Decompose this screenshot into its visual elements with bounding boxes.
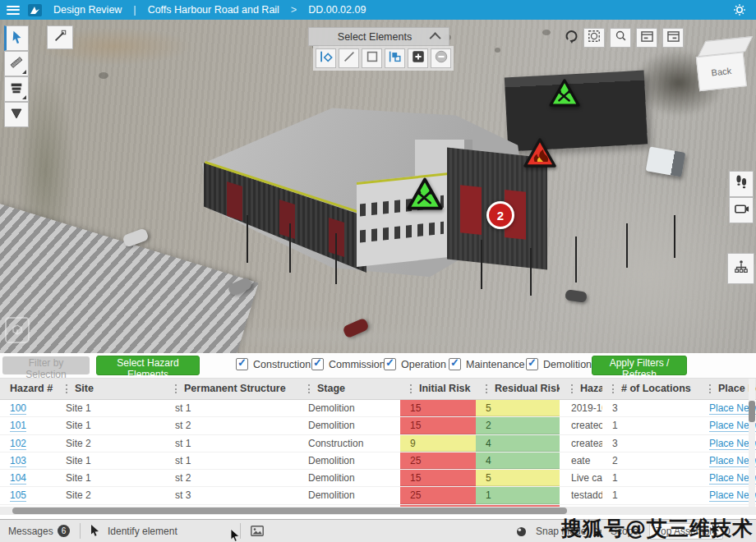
hazard-marker-construction[interactable] xyxy=(549,79,580,110)
checkbox-construction[interactable]: Construction xyxy=(236,358,311,370)
hazard-d-cell: testadding xyxy=(560,487,602,503)
col-header-residual-risk[interactable]: Residual Risk xyxy=(476,383,560,394)
fit-view-button[interactable] xyxy=(583,28,605,48)
camera-view-button[interactable] xyxy=(729,197,754,223)
locations-cell: 2 xyxy=(602,452,699,469)
structure-cell: st 1 xyxy=(165,400,298,416)
box-select-button[interactable] xyxy=(362,48,382,68)
hazard-id-link[interactable]: 101 xyxy=(10,420,26,432)
select-elements-header[interactable]: Select Elements xyxy=(308,27,449,46)
col-header-hazard-d[interactable]: Hazard D xyxy=(560,383,602,394)
view-control-ghost-button[interactable] xyxy=(5,317,30,343)
horizontal-scrollbar[interactable] xyxy=(0,507,756,515)
col-header-hazard[interactable]: Hazard # xyxy=(0,383,56,394)
residual-risk-cell: 2 xyxy=(476,417,560,434)
checkbox-icon xyxy=(311,358,324,370)
structure-cell: st 2 xyxy=(165,470,298,486)
checkbox-demolition[interactable]: Demolition xyxy=(526,358,592,370)
select-tools-row xyxy=(313,46,454,71)
site-cell: Site 1 xyxy=(56,452,165,469)
light-pole xyxy=(626,223,628,268)
element-select-button[interactable] xyxy=(316,48,336,68)
model-tree-button[interactable] xyxy=(727,253,754,284)
structure-cell: st 2 xyxy=(165,417,298,434)
apply-filters-button[interactable]: Apply Filters / Refresh xyxy=(592,356,687,375)
rotate-view-icon[interactable] xyxy=(565,29,579,47)
add-selection-button[interactable] xyxy=(408,48,428,68)
remove-selection-button[interactable] xyxy=(431,48,451,68)
line-select-button[interactable] xyxy=(339,48,359,68)
select-elements-title: Select Elements xyxy=(317,31,432,43)
residual-risk-cell: 4 xyxy=(476,452,560,469)
col-header-initial-risk[interactable]: Initial Risk xyxy=(400,383,476,394)
hazard-id-link[interactable]: 104 xyxy=(10,472,26,485)
magnifier-icon xyxy=(614,30,628,46)
residual-risk-cell: 5 xyxy=(476,470,560,486)
hazard-id-link[interactable]: 105 xyxy=(10,489,26,502)
initial-risk-cell: 25 xyxy=(400,452,476,469)
filter-by-selection-button[interactable]: Filter by Selection xyxy=(2,356,90,374)
checkbox-operation[interactable]: Operation xyxy=(384,358,446,370)
checkbox-icon xyxy=(526,358,538,370)
messages-label[interactable]: Messages xyxy=(8,526,53,537)
app-logo-icon[interactable] xyxy=(28,4,42,16)
hazard-marker-construction[interactable] xyxy=(407,177,443,214)
checkbox-maintenance[interactable]: Maintenance xyxy=(449,358,525,370)
group-select-button[interactable] xyxy=(385,48,405,68)
filter-bar: Filter by Selection Select Hazard Elemen… xyxy=(0,353,756,379)
breadcrumb-document[interactable]: DD.00.02.09 xyxy=(308,4,366,16)
col-header-place-new[interactable]: Place Ne xyxy=(699,383,756,394)
walk-mode-button[interactable] xyxy=(729,171,754,197)
plus-icon xyxy=(411,49,426,67)
checkbox-label: Demolition xyxy=(543,359,592,370)
measure-tool-button[interactable] xyxy=(4,51,29,76)
gear-icon[interactable] xyxy=(733,3,746,16)
nav-cube-back-face[interactable]: Back xyxy=(696,52,747,91)
hazard-d-cell: Live cable t xyxy=(560,470,602,486)
hazard-id-link[interactable]: 102 xyxy=(10,438,26,450)
checkbox-label: Operation xyxy=(401,359,446,370)
stage-cell: Demolition xyxy=(298,470,400,486)
table-row: 100 Site 1 st 1 Demolition 15 5 2019-10-… xyxy=(0,400,756,417)
col-header-locations[interactable]: # of Locations xyxy=(602,383,699,394)
select-tool-button[interactable] xyxy=(4,25,29,51)
hazard-count-badge[interactable]: 2 xyxy=(486,201,514,229)
vertical-scrollbar-thumb[interactable] xyxy=(749,401,755,422)
box-select-icon xyxy=(365,49,380,67)
checkbox-commission[interactable]: Commission xyxy=(311,358,385,370)
navigation-cube[interactable]: Back xyxy=(694,37,752,93)
next-window-button[interactable] xyxy=(662,28,684,48)
hazard-id-link[interactable]: 103 xyxy=(10,455,26,467)
hazard-d-cell: 2019-10-28 xyxy=(560,400,602,416)
light-pole xyxy=(247,215,248,263)
col-header-site[interactable]: Site xyxy=(56,383,165,394)
prev-window-button[interactable] xyxy=(636,28,657,48)
col-header-structure[interactable]: Permanent Structure xyxy=(165,383,298,394)
group-select-icon xyxy=(387,49,403,67)
residual-risk-cell: 5 xyxy=(476,400,560,416)
fit-view-icon xyxy=(587,30,602,46)
app-title: Design Review xyxy=(53,4,122,16)
zoom-button[interactable] xyxy=(610,28,631,48)
filter-tool-button[interactable] xyxy=(4,102,29,127)
vertical-scrollbar[interactable] xyxy=(749,378,755,507)
checkbox-icon xyxy=(236,358,248,370)
breadcrumb-project[interactable]: Coffs Harbour Road and Rail xyxy=(148,4,279,16)
hazard-marker-fire[interactable] xyxy=(523,138,556,171)
table-row: 102 Site 2 st 1 Construction 9 4 createa… xyxy=(0,435,756,452)
section-tool-button[interactable] xyxy=(4,76,29,102)
hazard-id-link[interactable]: 100 xyxy=(10,402,26,415)
title-separator: | xyxy=(133,4,136,16)
hamburger-menu-icon[interactable] xyxy=(7,6,20,15)
model-viewport[interactable]: 2 Select Elements xyxy=(0,20,756,353)
markup-tool-button[interactable] xyxy=(47,25,73,49)
col-header-stage[interactable]: Stage xyxy=(298,383,400,394)
messages-count-badge[interactable]: 6 xyxy=(58,525,70,537)
image-icon[interactable] xyxy=(251,526,264,539)
roller-door xyxy=(460,185,482,235)
select-hazard-elements-button[interactable]: Select Hazard Elements xyxy=(96,356,200,375)
checkbox-label: Construction xyxy=(253,359,311,370)
snap-icon xyxy=(516,526,527,540)
stage-cell: Demolition xyxy=(298,400,400,416)
horizontal-scrollbar-thumb[interactable] xyxy=(12,508,567,514)
